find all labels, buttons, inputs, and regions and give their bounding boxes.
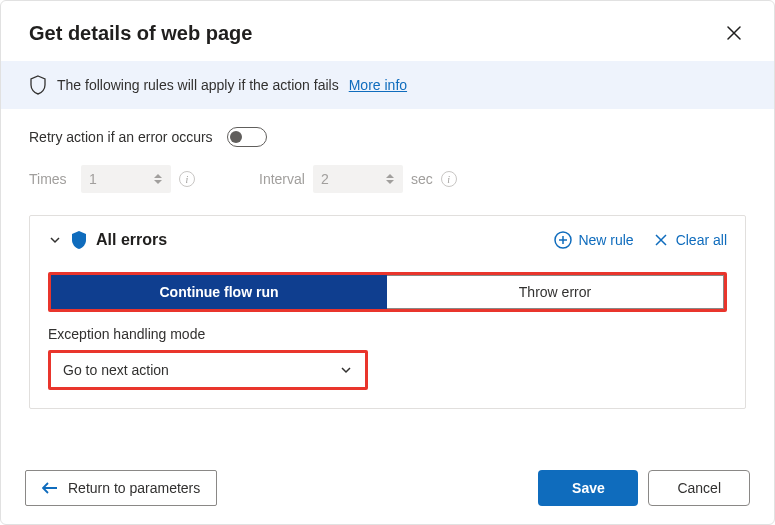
plus-circle-icon [554,231,572,249]
all-errors-panel: All errors New rule Clear all Continue f… [29,215,746,409]
retry-toggle[interactable] [227,127,267,147]
errors-header: All errors New rule Clear all [48,230,727,250]
return-to-parameters-button[interactable]: Return to parameters [25,470,217,506]
info-icon: i [441,171,457,187]
chevron-down-icon [48,233,62,247]
chevron-down-icon [385,179,395,185]
times-spinner [153,173,163,185]
dialog-footer: Return to parameters Save Cancel [1,453,774,524]
arrow-left-icon [42,481,58,495]
info-banner: The following rules will apply if the ac… [1,61,774,109]
close-button[interactable] [718,17,750,49]
chevron-down-icon [339,363,353,377]
shield-icon [70,230,88,250]
close-icon [652,231,670,249]
chevron-down-icon [153,179,163,185]
interval-field: Interval 2 sec i [259,165,457,193]
new-rule-label: New rule [578,232,633,248]
times-label: Times [29,171,73,187]
times-value: 1 [89,171,153,187]
throw-error-button[interactable]: Throw error [387,275,724,309]
close-icon [727,26,741,40]
errors-expand[interactable]: All errors [48,230,167,250]
times-field: Times 1 i [29,165,195,193]
dialog-content: Retry action if an error occurs Times 1 … [1,109,774,453]
clear-all-label: Clear all [676,232,727,248]
times-input: 1 [81,165,171,193]
continue-flow-button[interactable]: Continue flow run [51,275,387,309]
more-info-link[interactable]: More info [349,77,407,93]
dialog-header: Get details of web page [1,1,774,61]
cancel-button[interactable]: Cancel [648,470,750,506]
new-rule-button[interactable]: New rule [554,231,633,249]
toggle-knob [230,131,242,143]
shield-icon [29,75,47,95]
retry-fields: Times 1 i Interval 2 sec i [29,165,746,193]
back-label: Return to parameters [68,480,200,496]
errors-title: All errors [96,231,167,249]
footer-actions: Save Cancel [538,470,750,506]
info-icon: i [179,171,195,187]
interval-unit: sec [411,171,433,187]
clear-all-button[interactable]: Clear all [652,231,727,249]
dialog-title: Get details of web page [29,22,252,45]
retry-row: Retry action if an error occurs [29,127,746,147]
banner-text: The following rules will apply if the ac… [57,77,339,93]
save-button[interactable]: Save [538,470,638,506]
ehm-value: Go to next action [63,362,169,378]
interval-spinner [385,173,395,185]
interval-label: Interval [259,171,305,187]
ehm-label: Exception handling mode [48,326,727,342]
retry-label: Retry action if an error occurs [29,129,213,145]
interval-value: 2 [321,171,385,187]
errors-actions: New rule Clear all [554,231,727,249]
interval-input: 2 [313,165,403,193]
flow-mode-toggle: Continue flow run Throw error [48,272,727,312]
ehm-dropdown[interactable]: Go to next action [48,350,368,390]
